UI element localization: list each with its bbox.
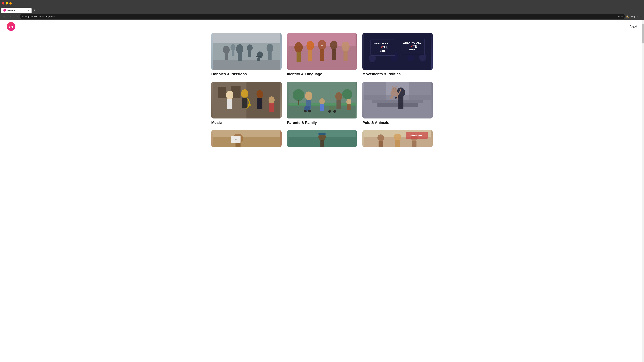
tab-close-button[interactable]: ✕ xyxy=(27,9,30,11)
category-card-bottom2[interactable] xyxy=(287,130,357,149)
svg-point-87 xyxy=(392,87,397,92)
category-card-identity[interactable]: Identity & Language xyxy=(287,33,357,76)
svg-text:☑: ☑ xyxy=(235,138,237,140)
browser-titlebar xyxy=(0,0,644,7)
address-icons: ☆ ⊞ ⊡ xyxy=(614,15,623,18)
category-image-bottom1: ☑ xyxy=(211,130,282,147)
category-image-bottom2 xyxy=(287,130,357,147)
svg-point-77 xyxy=(346,99,351,105)
category-label-music: Music xyxy=(211,120,282,125)
svg-rect-6 xyxy=(238,53,242,61)
svg-point-10 xyxy=(266,44,273,52)
svg-rect-11 xyxy=(268,52,272,60)
svg-point-73 xyxy=(328,110,331,113)
logo-circle: m xyxy=(7,22,16,31)
svg-point-54 xyxy=(256,90,263,98)
svg-rect-23 xyxy=(320,49,324,61)
svg-point-69 xyxy=(308,110,311,112)
svg-rect-98 xyxy=(213,137,280,147)
svg-text:TE: TE xyxy=(413,44,418,48)
svg-point-5 xyxy=(236,44,243,54)
tabs-bar: m Meetup ✕ + xyxy=(0,7,644,13)
category-card-parents[interactable]: Parents & Family xyxy=(287,82,357,125)
window-minimize-button[interactable] xyxy=(6,2,8,4)
svg-text:VOTE: VOTE xyxy=(380,50,386,52)
svg-rect-112 xyxy=(379,141,383,147)
svg-rect-116 xyxy=(412,141,416,147)
svg-point-53 xyxy=(248,104,251,106)
svg-text:VOTE: VOTE xyxy=(410,49,415,51)
refresh-button[interactable]: ↻ xyxy=(14,14,19,19)
category-label-pets: Pets & Animals xyxy=(362,120,433,125)
category-image-music xyxy=(211,82,282,118)
svg-point-14 xyxy=(247,44,252,51)
category-card-music[interactable]: Music xyxy=(211,82,282,125)
more-menu-button[interactable]: ⋮ xyxy=(640,15,642,18)
category-image-hobbies xyxy=(211,33,282,70)
category-image-pets xyxy=(362,82,433,118)
category-label-hobbies: Hobbies & Passions xyxy=(211,72,282,76)
svg-rect-21 xyxy=(308,50,312,61)
window-maximize-button[interactable] xyxy=(10,2,12,4)
address-bar[interactable]: meetup.com/welcome/categories/ ☆ ⊞ ⊡ xyxy=(20,14,625,19)
category-card-pets[interactable]: Pets & Animals xyxy=(362,82,433,125)
svg-point-51 xyxy=(241,89,248,98)
svg-rect-25 xyxy=(332,49,336,60)
category-card-bottom3[interactable]: FERROVIARIO xyxy=(362,130,433,149)
svg-rect-81 xyxy=(372,100,423,103)
category-card-hobbies[interactable]: Hobbies & Passions xyxy=(211,33,282,76)
svg-point-75 xyxy=(335,92,342,100)
svg-point-90 xyxy=(393,88,394,89)
svg-rect-9 xyxy=(256,56,260,57)
svg-rect-4 xyxy=(224,53,228,60)
svg-point-26 xyxy=(342,41,350,51)
address-text: meetup.com/welcome/categories/ xyxy=(22,15,55,18)
svg-point-49 xyxy=(226,91,233,99)
svg-point-12 xyxy=(230,44,236,50)
svg-point-68 xyxy=(304,110,306,112)
category-card-bottom1[interactable]: ☑ xyxy=(211,130,282,149)
window-controls xyxy=(2,2,12,4)
svg-text:FERROVIARIO: FERROVIARIO xyxy=(410,134,423,136)
svg-point-113 xyxy=(394,134,401,141)
svg-rect-50 xyxy=(227,99,232,109)
svg-point-83 xyxy=(397,87,405,97)
forward-button[interactable]: → xyxy=(8,14,13,19)
back-button[interactable]: ← xyxy=(2,14,7,19)
extensions-icon[interactable]: ⊞ xyxy=(618,15,620,18)
svg-point-3 xyxy=(223,45,230,54)
active-tab[interactable]: m Meetup ✕ xyxy=(1,8,32,13)
svg-rect-15 xyxy=(248,51,251,57)
meetup-logo[interactable]: m xyxy=(7,22,16,31)
svg-point-65 xyxy=(305,91,312,100)
category-image-bottom3: FERROVIARIO xyxy=(362,130,433,147)
browser-chrome: m Meetup ✕ + ← → ↻ meetup.com/welcome/ca… xyxy=(0,0,644,20)
svg-rect-114 xyxy=(395,140,400,147)
tab-title: Meetup xyxy=(8,9,14,11)
svg-rect-84 xyxy=(398,97,404,109)
category-card-movements[interactable]: WHEN WE ALL V ✓ TE VOTE WHEN WE ALL ✓ TE… xyxy=(362,33,433,76)
vote-overlay: WHEN WE ALL V ✓ TE VOTE WHEN WE ALL ✓ TE… xyxy=(362,33,433,70)
bookmark-icon[interactable]: ☆ xyxy=(614,15,617,18)
svg-rect-78 xyxy=(347,104,350,110)
logo-letter: m xyxy=(9,24,13,29)
scrollbar-thumb[interactable] xyxy=(642,23,644,43)
svg-point-18 xyxy=(294,42,303,52)
svg-point-20 xyxy=(306,41,314,50)
svg-rect-71 xyxy=(320,104,324,111)
svg-rect-52 xyxy=(242,97,247,108)
svg-point-74 xyxy=(333,110,336,113)
profile-icon[interactable]: ⊡ xyxy=(621,15,623,18)
svg-point-56 xyxy=(268,96,274,104)
scrollbar[interactable] xyxy=(642,20,644,362)
page-content: m Next xyxy=(0,20,644,362)
site-header: m Next xyxy=(0,20,644,33)
svg-text:TE: TE xyxy=(384,45,388,49)
new-tab-button[interactable]: + xyxy=(32,8,37,13)
next-button[interactable]: Next xyxy=(630,24,637,29)
incognito-label: Incognito xyxy=(630,15,638,18)
svg-rect-55 xyxy=(257,98,262,109)
categories-container: Hobbies & Passions xyxy=(204,33,440,156)
svg-rect-46 xyxy=(246,82,280,118)
window-close-button[interactable] xyxy=(2,2,4,4)
